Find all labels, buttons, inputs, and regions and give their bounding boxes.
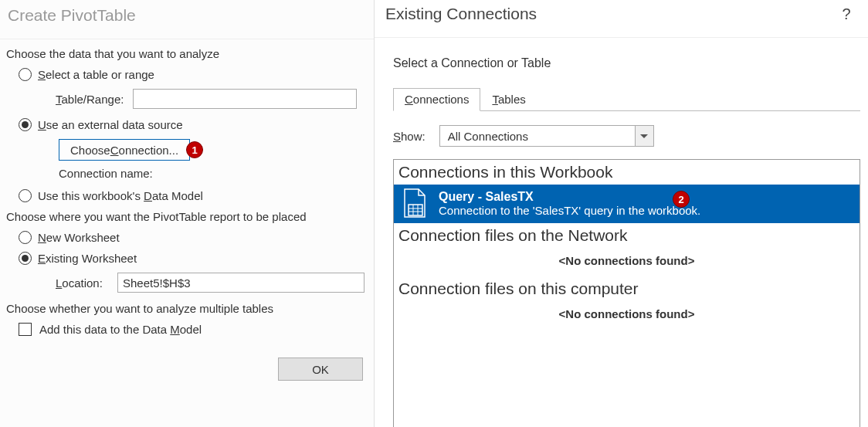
section-multiple-tables: Choose whether you want to analyze multi… [6,302,368,315]
ok-button[interactable]: OK [278,358,363,381]
option-workbook-datamodel[interactable]: Use this workbook's Data Model [19,189,368,202]
chevron-down-icon [640,134,648,138]
connection-item-desc: Connection to the 'SalesTX' query in the… [439,204,700,217]
location-row: Location: [56,273,368,293]
table-range-label: Table/Range: [56,93,127,106]
add-to-datamodel-row[interactable]: Add this data to the Data Model [19,323,368,336]
location-input[interactable] [117,273,364,293]
show-dropdown-value: All Connections [448,130,528,143]
checkbox-add-to-datamodel-label: Add this data to the Data Model [39,323,202,336]
annotation-marker-1: 1 [186,141,203,158]
radio-existing-worksheet-label: Existing Worksheet [38,252,137,265]
radio-datamodel[interactable] [19,189,32,202]
show-label: Show: [393,130,426,143]
radio-select-range[interactable] [19,68,32,81]
group-workbook-connections: Connections in this Workbook [394,160,860,185]
radio-external-source-label: Use an external data source [38,118,183,131]
section-choose-data: Choose the data that you want to analyze [6,47,368,60]
connection-item-title: Query - SalesTX [439,190,700,204]
connection-item-salestx[interactable]: Query - SalesTX Connection to the 'Sales… [394,185,860,223]
select-connection-subhead: Select a Connection or Table [393,56,860,70]
option-new-worksheet[interactable]: New Worksheet [19,231,368,244]
existing-connections-body: Select a Connection or Table Connections… [375,38,868,427]
svg-rect-0 [409,205,422,215]
empty-network-connections: <No connections found> [394,248,860,276]
option-existing-worksheet[interactable]: Existing Worksheet [19,252,368,265]
table-range-row: Table/Range: [56,89,368,109]
choose-connection-button[interactable]: Choose Connection... [59,139,190,161]
show-dropdown-button[interactable] [635,126,653,146]
option-select-table-range[interactable]: Select a table or range [19,68,368,81]
radio-new-worksheet[interactable] [19,231,32,244]
radio-existing-worksheet[interactable] [19,252,32,265]
create-pivot-body: Choose the data that you want to analyze… [0,39,374,381]
radio-new-worksheet-label: New Worksheet [38,231,120,244]
dialog-buttons-row: OK [6,358,368,381]
show-dropdown[interactable]: All Connections [439,125,654,147]
tab-connections[interactable]: Connections [393,88,480,111]
table-range-input[interactable] [133,89,357,109]
choose-connection-wrap: Choose Connection... 1 [59,139,368,161]
tab-tables[interactable]: Tables [480,88,537,111]
existing-connections-titlebar: Existing Connections ? [375,0,868,38]
group-computer-connection-files: Connection files on this computer [394,276,860,301]
dialog-title-existing-connections: Existing Connections [385,5,537,23]
show-filter-row: Show: All Connections [393,125,860,147]
query-file-icon [402,188,428,219]
radio-datamodel-label: Use this workbook's Data Model [38,189,203,202]
group-network-connection-files: Connection files on the Network [394,223,860,248]
empty-computer-connections: <No connections found> [394,301,860,330]
radio-select-range-label: Select a table or range [38,68,154,81]
radio-external-source[interactable] [19,118,32,131]
connections-list[interactable]: Connections in this Workbook Query - Sal… [393,159,860,427]
location-label: Location: [56,276,111,290]
connection-item-text: Query - SalesTX Connection to the 'Sales… [439,190,700,217]
annotation-marker-2: 2 [673,191,690,208]
checkbox-add-to-datamodel[interactable] [19,323,32,336]
section-choose-placement: Choose where you want the PivotTable rep… [6,210,368,223]
create-pivottable-dialog: Create PivotTable Choose the data that y… [0,0,375,427]
help-button[interactable]: ? [836,5,857,23]
connection-name-label: Connection name: [59,167,368,180]
dialog-title-create-pivot: Create PivotTable [0,0,374,39]
connections-tabs: Connections Tables [393,87,860,111]
option-external-source[interactable]: Use an external data source [19,118,368,131]
existing-connections-dialog: Existing Connections ? Select a Connecti… [375,0,868,427]
